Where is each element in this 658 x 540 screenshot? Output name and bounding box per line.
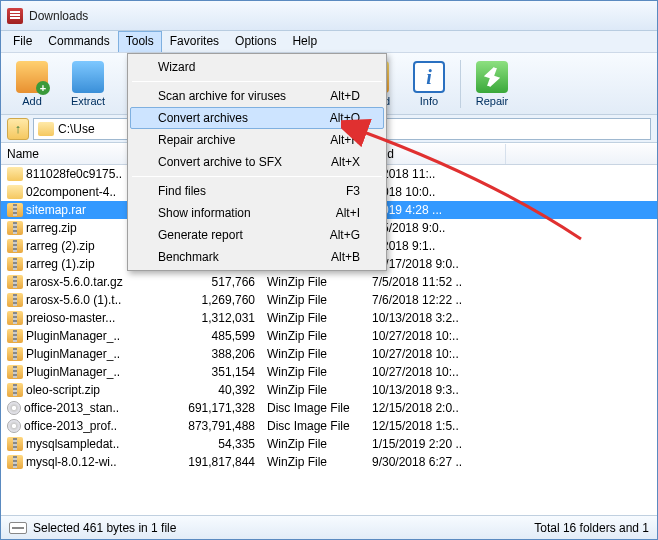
menu-tools[interactable]: Tools bbox=[118, 31, 162, 52]
file-size: 873,791,488 bbox=[176, 419, 261, 433]
file-type: WinZip File bbox=[261, 329, 366, 343]
file-size: 1,269,760 bbox=[176, 293, 261, 307]
extract-label: Extract bbox=[71, 95, 105, 107]
menu-help[interactable]: Help bbox=[284, 31, 325, 52]
file-size: 691,171,328 bbox=[176, 401, 261, 415]
file-modified: 10/27/2018 10:.. bbox=[366, 365, 506, 379]
menu-item-scan-archive-for-viruses[interactable]: Scan archive for virusesAlt+D bbox=[130, 85, 384, 107]
menu-item-generate-report[interactable]: Generate reportAlt+G bbox=[130, 224, 384, 246]
file-type: WinZip File bbox=[261, 347, 366, 361]
file-type: Disc Image File bbox=[261, 401, 366, 415]
file-name: oleo-script.zip bbox=[26, 383, 100, 397]
file-type: Disc Image File bbox=[261, 419, 366, 433]
table-row[interactable]: PluginManager_..388,206WinZip File10/27/… bbox=[1, 345, 657, 363]
menu-separator bbox=[132, 81, 382, 82]
menu-item-wizard[interactable]: Wizard bbox=[130, 56, 384, 78]
file-size: 351,154 bbox=[176, 365, 261, 379]
folder-icon bbox=[7, 185, 23, 199]
file-name: PluginManager_.. bbox=[26, 365, 120, 379]
zip-icon bbox=[7, 347, 23, 361]
menu-item-show-information[interactable]: Show informationAlt+I bbox=[130, 202, 384, 224]
window-title: Downloads bbox=[29, 9, 88, 23]
menu-item-benchmark[interactable]: BenchmarkAlt+B bbox=[130, 246, 384, 268]
info-button[interactable]: Info bbox=[402, 56, 456, 112]
menu-item-label: Convert archive to SFX bbox=[158, 155, 282, 169]
file-type: WinZip File bbox=[261, 383, 366, 397]
file-modified: 7/6/2018 12:22 .. bbox=[366, 293, 506, 307]
menu-item-convert-archive-to-sfx[interactable]: Convert archive to SFXAlt+X bbox=[130, 151, 384, 173]
status-icon bbox=[9, 522, 27, 534]
add-button[interactable]: Add bbox=[5, 56, 59, 112]
menu-item-repair-archive[interactable]: Repair archiveAlt+R bbox=[130, 129, 384, 151]
table-row[interactable]: rarosx-5.6.0.tar.gz517,766WinZip File7/5… bbox=[1, 273, 657, 291]
menu-separator bbox=[132, 176, 382, 177]
status-left: Selected 461 bytes in 1 file bbox=[33, 521, 176, 535]
menu-file[interactable]: File bbox=[5, 31, 40, 52]
extract-button[interactable]: Extract bbox=[61, 56, 115, 112]
file-modified: 0/2018 11:.. bbox=[366, 167, 506, 181]
file-name: 811028fe0c9175.. bbox=[26, 167, 122, 181]
menu-options[interactable]: Options bbox=[227, 31, 284, 52]
menu-item-shortcut: Alt+D bbox=[330, 89, 360, 103]
table-row[interactable]: PluginManager_..485,599WinZip File10/27/… bbox=[1, 327, 657, 345]
menu-item-label: Find files bbox=[158, 184, 206, 198]
file-size: 388,206 bbox=[176, 347, 261, 361]
zip-icon bbox=[7, 311, 23, 325]
menu-item-convert-archives[interactable]: Convert archivesAlt+Q bbox=[130, 107, 384, 129]
menu-item-shortcut: F3 bbox=[346, 184, 360, 198]
menu-item-label: Show information bbox=[158, 206, 251, 220]
table-row[interactable]: PluginManager_..351,154WinZip File10/27/… bbox=[1, 363, 657, 381]
file-modified: 12/15/2018 1:5.. bbox=[366, 419, 506, 433]
menu-item-find-files[interactable]: Find filesF3 bbox=[130, 180, 384, 202]
file-name: mysqlsampledat.. bbox=[26, 437, 119, 451]
menu-item-label: Scan archive for viruses bbox=[158, 89, 286, 103]
extract-icon bbox=[72, 61, 104, 93]
repair-button[interactable]: Repair bbox=[465, 56, 519, 112]
tools-menu: WizardScan archive for virusesAlt+DConve… bbox=[127, 53, 387, 271]
up-folder-button[interactable] bbox=[7, 118, 29, 140]
file-name: rarreg (2).zip bbox=[26, 239, 95, 253]
col-modified[interactable]: ified bbox=[366, 144, 506, 164]
menu-commands[interactable]: Commands bbox=[40, 31, 117, 52]
table-row[interactable]: mysql-8.0.12-wi..191,817,844WinZip File9… bbox=[1, 453, 657, 471]
zip-icon bbox=[7, 293, 23, 307]
menu-favorites[interactable]: Favorites bbox=[162, 31, 227, 52]
toolbar-separator bbox=[460, 60, 461, 108]
zip-icon bbox=[7, 257, 23, 271]
zip-icon bbox=[7, 437, 23, 451]
table-row[interactable]: office-2013_prof..873,791,488Disc Image … bbox=[1, 417, 657, 435]
menu-item-label: Generate report bbox=[158, 228, 243, 242]
table-row[interactable]: office-2013_stan..691,171,328Disc Image … bbox=[1, 399, 657, 417]
file-name: PluginManager_.. bbox=[26, 347, 120, 361]
menu-item-shortcut: Alt+G bbox=[330, 228, 360, 242]
file-type: WinZip File bbox=[261, 293, 366, 307]
file-name: rarosx-5.6.0 (1).t.. bbox=[26, 293, 121, 307]
file-modified: /2018 10:0.. bbox=[366, 185, 506, 199]
table-row[interactable]: mysqlsampledat..54,335WinZip File1/15/20… bbox=[1, 435, 657, 453]
menu-item-label: Convert archives bbox=[158, 111, 248, 125]
zip-icon bbox=[7, 221, 23, 235]
menu-item-label: Repair archive bbox=[158, 133, 235, 147]
file-modified: 9/30/2018 6:27 .. bbox=[366, 455, 506, 469]
file-modified: 7/5/2018 11:52 .. bbox=[366, 275, 506, 289]
disc-icon bbox=[7, 401, 21, 415]
menu-item-shortcut: Alt+R bbox=[330, 133, 360, 147]
file-name: office-2013_stan.. bbox=[24, 401, 119, 415]
file-size: 54,335 bbox=[176, 437, 261, 451]
table-row[interactable]: oleo-script.zip40,392WinZip File10/13/20… bbox=[1, 381, 657, 399]
info-label: Info bbox=[420, 95, 438, 107]
file-type: WinZip File bbox=[261, 311, 366, 325]
table-row[interactable]: rarosx-5.6.0 (1).t..1,269,760WinZip File… bbox=[1, 291, 657, 309]
table-row[interactable]: preioso-master...1,312,031WinZip File10/… bbox=[1, 309, 657, 327]
menu-item-shortcut: Alt+X bbox=[331, 155, 360, 169]
path-text: C:\Use bbox=[58, 122, 95, 136]
file-name: sitemap.rar bbox=[26, 203, 86, 217]
status-right: Total 16 folders and 1 bbox=[534, 521, 649, 535]
file-modified: 7/2018 9:1.. bbox=[366, 239, 506, 253]
file-type: WinZip File bbox=[261, 275, 366, 289]
add-icon bbox=[16, 61, 48, 93]
disc-icon bbox=[7, 419, 21, 433]
menu-item-label: Wizard bbox=[158, 60, 195, 74]
file-size: 1,312,031 bbox=[176, 311, 261, 325]
folder-icon bbox=[38, 122, 54, 136]
